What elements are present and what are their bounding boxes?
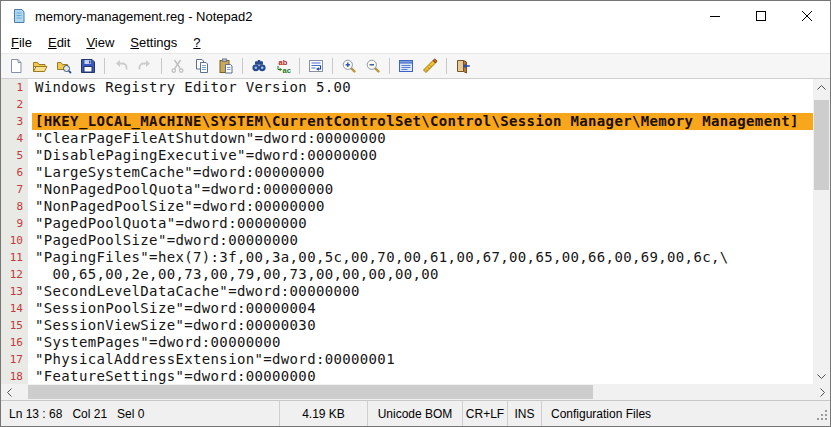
save-file-button[interactable] [76, 55, 100, 77]
toolbar-separator [389, 58, 390, 74]
open-file-button[interactable] [28, 55, 52, 77]
line-number: 2 [1, 98, 28, 111]
chevron-left-icon [7, 388, 12, 397]
editor-line[interactable]: 1Windows Registry Editor Version 5.00 [1, 79, 813, 96]
line-text: "PhysicalAddressExtension"=dword:0000000… [32, 351, 813, 368]
line-number: 5 [1, 149, 28, 162]
line-text: "NonPagedPoolQuota"=dword:00000000 [32, 181, 813, 198]
word-wrap-button[interactable] [304, 55, 328, 77]
undo-button [109, 55, 133, 77]
exit-button[interactable] [451, 55, 475, 77]
editor-line[interactable]: 10"PagedPoolSize"=dword:00000000 [1, 232, 813, 249]
line-number: 10 [1, 234, 28, 247]
cut-icon [170, 58, 186, 74]
editor-line[interactable]: 5"DisablePagingExecutive"=dword:00000000 [1, 147, 813, 164]
find-button[interactable] [247, 55, 271, 77]
editor-line[interactable]: 9"PagedPoolQuota"=dword:00000000 [1, 215, 813, 232]
status-eol[interactable]: CR+LF [462, 401, 507, 426]
editor-area: 1Windows Registry Editor Version 5.0023[… [1, 79, 830, 384]
status-encoding[interactable]: Unicode BOM [367, 401, 462, 426]
maximize-button[interactable] [738, 1, 784, 31]
replace-icon: abac [275, 58, 291, 74]
view-schemes-button[interactable] [394, 55, 418, 77]
editor-line[interactable]: 12 00,65,00,2e,00,73,00,79,00,73,00,00,0… [1, 266, 813, 283]
line-text: "NonPagedPoolSize"=dword:00000000 [32, 198, 813, 215]
chevron-right-icon [820, 388, 825, 397]
browse-files-icon [56, 58, 72, 74]
vertical-scroll-thumb[interactable] [814, 100, 829, 190]
line-number: 11 [1, 251, 28, 264]
paste-button[interactable] [214, 55, 238, 77]
customize-schemes-button[interactable] [418, 55, 442, 77]
app-icon [11, 8, 27, 24]
status-insert-mode[interactable]: INS [507, 401, 541, 426]
line-number: 8 [1, 200, 28, 213]
close-button[interactable] [784, 1, 830, 31]
resize-grip-icon[interactable] [817, 410, 828, 424]
line-text: "SessionPoolSize"=dword:00000004 [32, 300, 813, 317]
new-file-button[interactable] [4, 55, 28, 77]
editor-line[interactable]: 8"NonPagedPoolSize"=dword:00000000 [1, 198, 813, 215]
vertical-scroll-track[interactable] [813, 95, 830, 368]
minimize-icon [710, 11, 720, 21]
line-number: 18 [1, 370, 28, 383]
title-bar: memory-management.reg - Notepad2 [1, 1, 830, 31]
toolbar-separator [299, 58, 300, 74]
line-text [32, 96, 813, 113]
editor-line[interactable]: 3[HKEY_LOCAL_MACHINE\SYSTEM\CurrentContr… [1, 113, 813, 130]
scroll-right-button[interactable] [814, 384, 830, 400]
editor-line[interactable]: 7"NonPagedPoolQuota"=dword:00000000 [1, 181, 813, 198]
chevron-down-icon [817, 374, 826, 379]
editor-line[interactable]: 4"ClearPageFileAtShutdown"=dword:0000000… [1, 130, 813, 147]
chevron-up-icon [817, 85, 826, 90]
browse-files-button[interactable] [52, 55, 76, 77]
replace-button[interactable]: abac [271, 55, 295, 77]
menu-file[interactable]: File [3, 33, 40, 52]
editor-line[interactable]: 15"SessionViewSize"=dword:00000030 [1, 317, 813, 334]
editor-line[interactable]: 16"SystemPages"=dword:00000000 [1, 334, 813, 351]
horizontal-scroll-track[interactable] [17, 384, 814, 400]
menu-help[interactable]: ? [185, 33, 208, 52]
window-title: memory-management.reg - Notepad2 [35, 9, 253, 24]
editor-line[interactable]: 17"PhysicalAddressExtension"=dword:00000… [1, 351, 813, 368]
scroll-down-button[interactable] [813, 368, 830, 384]
line-text: "FeatureSettings"=dword:00000000 [32, 368, 813, 384]
menu-view[interactable]: View [78, 33, 122, 52]
scroll-left-button[interactable] [1, 384, 17, 400]
horizontal-scrollbar[interactable] [1, 384, 830, 400]
vertical-scrollbar[interactable] [813, 79, 830, 384]
line-number: 14 [1, 302, 28, 315]
editor-line[interactable]: 11"PagingFiles"=hex(7):3f,00,3a,00,5c,00… [1, 249, 813, 266]
editor-line[interactable]: 6"LargeSystemCache"=dword:00000000 [1, 164, 813, 181]
new-file-icon [8, 58, 24, 74]
toolbar-separator [161, 58, 162, 74]
zoom-out-button[interactable] [361, 55, 385, 77]
editor-line[interactable]: 2 [1, 96, 813, 113]
editor-line[interactable]: 18"FeatureSettings"=dword:00000000 [1, 368, 813, 384]
menu-edit[interactable]: Edit [40, 33, 78, 52]
scroll-up-button[interactable] [813, 79, 830, 95]
editor-lines[interactable]: 1Windows Registry Editor Version 5.0023[… [1, 79, 813, 384]
line-text: "PagingFiles"=hex(7):3f,00,3a,00,5c,00,7… [32, 249, 813, 266]
line-number: 9 [1, 217, 28, 230]
line-text: "PagedPoolQuota"=dword:00000000 [32, 215, 813, 232]
menu-bar: File Edit View Settings ? [1, 31, 830, 53]
line-number: 4 [1, 132, 28, 145]
status-scheme[interactable]: Configuration Files [541, 401, 830, 426]
cut-button [166, 55, 190, 77]
line-text: "ClearPageFileAtShutdown"=dword:00000000 [32, 130, 813, 147]
line-text: "SessionViewSize"=dword:00000030 [32, 317, 813, 334]
zoom-in-button[interactable] [337, 55, 361, 77]
editor-line[interactable]: 14"SessionPoolSize"=dword:00000004 [1, 300, 813, 317]
undo-icon [113, 58, 129, 74]
editor-line[interactable]: 13"SecondLevelDataCache"=dword:00000000 [1, 283, 813, 300]
toolbar-separator [332, 58, 333, 74]
status-position[interactable]: Ln 13 : 68 Col 21 Sel 0 [1, 401, 279, 426]
menu-settings[interactable]: Settings [122, 33, 185, 52]
line-number: 17 [1, 353, 28, 366]
copy-button[interactable] [190, 55, 214, 77]
status-bar: Ln 13 : 68 Col 21 Sel 0 4.19 KB Unicode … [1, 400, 830, 426]
minimize-button[interactable] [692, 1, 738, 31]
open-file-icon [32, 58, 48, 74]
horizontal-scroll-thumb[interactable] [28, 385, 593, 399]
